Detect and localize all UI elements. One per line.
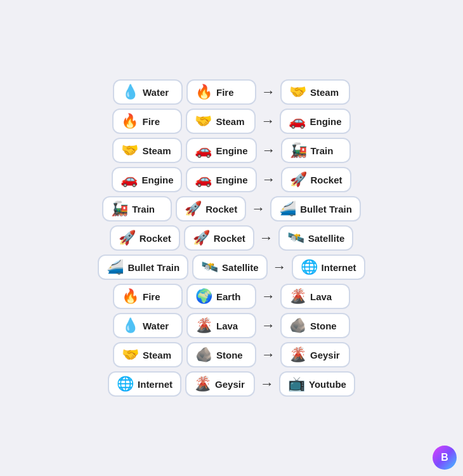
item-box-water[interactable]: 💧Water: [113, 79, 183, 105]
item-box-stone[interactable]: 🪨Stone: [186, 342, 256, 367]
arrow-icon: →: [262, 171, 276, 188]
internet-label: Internet: [138, 379, 173, 390]
recipe-container: 💧Water🔥Fire→🤝Steam🔥Fire🤝Steam→🚗Engine🤝St…: [10, 73, 453, 403]
stone-label: Stone: [216, 350, 243, 360]
rocket-label: Rocket: [311, 175, 342, 185]
train-label: Train: [311, 145, 334, 156]
item-box-fire[interactable]: 🔥Fire: [112, 109, 182, 134]
earth-label: Earth: [216, 291, 240, 302]
lava-icon: 🌋: [195, 319, 212, 333]
item-box-engine[interactable]: 🚗Engine: [186, 167, 256, 192]
item-box-satellite[interactable]: 🛰️Satellite: [278, 225, 354, 251]
stone-icon: 🪨: [195, 348, 212, 362]
item-box-steam[interactable]: 🤝Steam: [186, 109, 256, 134]
item-box-bullet-train[interactable]: 🚄Bullet Train: [270, 196, 361, 221]
watermark-logo: B: [433, 446, 457, 470]
item-box-engine[interactable]: 🚗Engine: [280, 109, 350, 134]
geysir-icon: 🌋: [289, 348, 306, 362]
rocket-icon: 🚀: [119, 231, 136, 245]
satellite-icon: 🛰️: [287, 231, 304, 245]
stone-icon: 🪨: [289, 319, 306, 333]
stone-label: Stone: [310, 321, 337, 331]
item-box-engine[interactable]: 🚗Engine: [112, 167, 182, 192]
steam-label: Steam: [310, 87, 339, 98]
recipe-row-9: 💧Water🌋Lava→🪨Stone: [16, 313, 447, 338]
item-box-earth[interactable]: 🌍Earth: [186, 284, 256, 309]
recipe-row-7: 🚄Bullet Train🛰️Satellite→🌐Internet: [16, 255, 447, 280]
geysir-label: Geysir: [215, 379, 245, 390]
item-box-steam[interactable]: 🤝Steam: [280, 79, 350, 105]
rocket-icon: 🚀: [290, 173, 307, 187]
fire-icon: 🔥: [195, 85, 212, 99]
item-box-geysir[interactable]: 🌋Geysir: [185, 371, 255, 397]
earth-icon: 🌍: [195, 289, 212, 303]
item-box-rocket[interactable]: 🚀Rocket: [281, 167, 351, 192]
item-box-lava[interactable]: 🌋Lava: [280, 284, 350, 309]
steam-label: Steam: [216, 116, 244, 127]
item-box-rocket[interactable]: 🚀Rocket: [110, 225, 180, 251]
lava-icon: 🌋: [289, 289, 306, 303]
steam-label: Steam: [142, 145, 171, 156]
item-box-fire[interactable]: 🔥Fire: [113, 284, 183, 309]
train-icon: 🚂: [111, 202, 128, 216]
item-box-rocket[interactable]: 🚀Rocket: [176, 196, 246, 221]
engine-label: Engine: [216, 145, 247, 156]
arrow-icon: →: [273, 259, 287, 275]
satellite-icon: 🛰️: [201, 260, 218, 274]
engine-icon: 🚗: [289, 114, 306, 128]
rocket-icon: 🚀: [185, 202, 202, 216]
arrow-icon: →: [261, 84, 275, 100]
fire-label: Fire: [143, 291, 160, 302]
item-box-geysir[interactable]: 🌋Geysir: [280, 342, 350, 367]
arrow-icon: →: [261, 347, 275, 363]
item-box-train[interactable]: 🚂Train: [102, 196, 172, 221]
item-box-rocket[interactable]: 🚀Rocket: [184, 225, 254, 251]
engine-icon: 🚗: [121, 173, 138, 187]
internet-label: Internet: [322, 262, 356, 273]
bullet-train-label: Bullet Train: [127, 262, 179, 273]
youtube-icon: 📺: [288, 377, 305, 391]
rocket-label: Rocket: [205, 204, 237, 215]
item-box-bullet-train[interactable]: 🚄Bullet Train: [98, 255, 188, 280]
arrow-icon: →: [260, 376, 274, 392]
fire-label: Fire: [142, 116, 160, 127]
item-box-satellite[interactable]: 🛰️Satellite: [192, 255, 268, 280]
internet-icon: 🌐: [117, 377, 134, 391]
item-box-water[interactable]: 💧Water: [113, 313, 183, 338]
steam-icon: 🤝: [121, 143, 138, 157]
item-box-lava[interactable]: 🌋Lava: [186, 313, 256, 338]
bullet train-icon: 🚄: [279, 202, 296, 216]
bullet-train-label: Bullet Train: [300, 204, 352, 215]
item-box-youtube[interactable]: 📺Youtube: [279, 371, 355, 397]
fire-icon: 🔥: [122, 289, 139, 303]
lava-label: Lava: [310, 291, 332, 302]
engine-label: Engine: [216, 175, 247, 185]
item-box-fire[interactable]: 🔥Fire: [186, 79, 256, 105]
item-box-steam[interactable]: 🤝Steam: [112, 138, 182, 163]
item-box-internet[interactable]: 🌐Internet: [108, 371, 181, 397]
engine-label: Engine: [310, 116, 341, 127]
recipe-row-2: 🔥Fire🤝Steam→🚗Engine: [16, 109, 447, 134]
fire-label: Fire: [216, 87, 234, 98]
recipe-row-8: 🔥Fire🌍Earth→🌋Lava: [16, 284, 447, 309]
satellite-label: Satellite: [222, 262, 259, 273]
water-icon: 💧: [122, 319, 139, 333]
rocket-label: Rocket: [140, 233, 171, 244]
bullet train-icon: 🚄: [107, 260, 124, 274]
arrow-icon: →: [251, 201, 265, 217]
item-box-engine[interactable]: 🚗Engine: [186, 138, 256, 163]
engine-icon: 🚗: [195, 143, 212, 157]
recipe-row-1: 💧Water🔥Fire→🤝Steam: [16, 79, 447, 105]
water-icon: 💧: [122, 85, 139, 99]
item-box-internet[interactable]: 🌐Internet: [292, 255, 365, 280]
item-box-steam[interactable]: 🤝Steam: [113, 342, 183, 367]
recipe-row-4: 🚗Engine🚗Engine→🚀Rocket: [16, 167, 447, 192]
recipe-row-11: 🌐Internet🌋Geysir→📺Youtube: [16, 371, 447, 397]
youtube-label: Youtube: [309, 379, 346, 390]
recipe-row-5: 🚂Train🚀Rocket→🚄Bullet Train: [16, 196, 447, 221]
recipe-row-10: 🤝Steam🪨Stone→🌋Geysir: [16, 342, 447, 367]
item-box-stone[interactable]: 🪨Stone: [280, 313, 350, 338]
internet-icon: 🌐: [301, 260, 318, 274]
item-box-train[interactable]: 🚂Train: [281, 138, 351, 163]
arrow-icon: →: [262, 142, 276, 159]
